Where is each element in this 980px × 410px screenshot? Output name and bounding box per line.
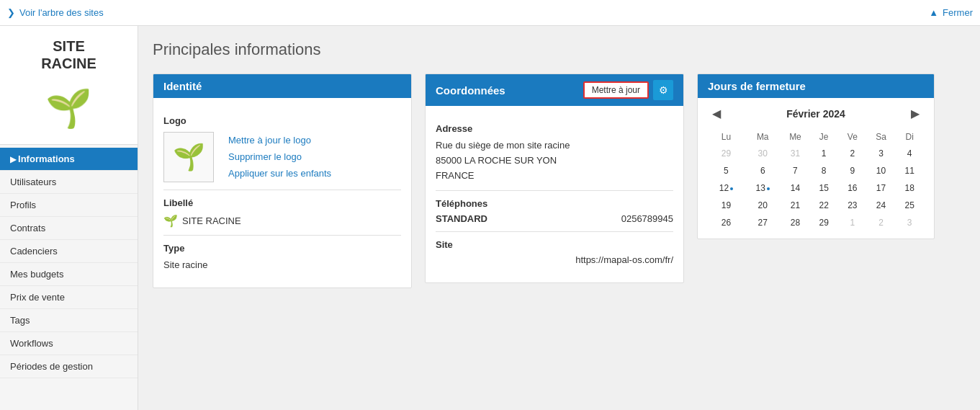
phone-standard-label: STANDARD (436, 213, 487, 224)
address-line3: FRANCE (436, 170, 474, 181)
type-value: Site racine (163, 259, 401, 270)
sidebar-item-periodes[interactable]: Périodes de gestion (0, 355, 138, 378)
cal-day[interactable]: 27 (745, 214, 781, 231)
phones-label: Téléphones (436, 198, 673, 209)
logo-apply-link[interactable]: Appliquer sur les enfants (228, 168, 331, 179)
coords-card-body: Adresse Rue du siège de mon site racine … (426, 106, 683, 282)
cal-day[interactable]: 20 (745, 197, 781, 214)
cards-row: Identité Logo 🌱 Mettre à jour le logo Su… (153, 73, 966, 288)
cal-day[interactable]: 14 (781, 179, 810, 197)
cal-day[interactable]: 23 (838, 197, 867, 214)
cal-header-sa: Sa (867, 129, 896, 145)
coords-header-label: Coordonnées (436, 84, 505, 97)
coords-card-header: Coordonnées Mettre à jour ⚙ (426, 74, 683, 106)
cal-month-year: Février 2024 (786, 108, 845, 120)
sidebar-item-prix-de-vente[interactable]: Prix de vente (0, 286, 138, 309)
gear-button[interactable]: ⚙ (653, 80, 673, 100)
phones-section: Téléphones STANDARD 0256789945 (436, 191, 673, 232)
coords-header-buttons: Mettre à jour ⚙ (583, 80, 673, 100)
cal-day[interactable]: 10 (867, 162, 896, 179)
cal-header-ma: Ma (745, 129, 781, 145)
sidebar-item-contrats[interactable]: Contrats (0, 217, 138, 240)
cal-day[interactable]: 25 (895, 197, 924, 214)
type-section: Type Site racine (163, 236, 401, 277)
cal-day[interactable]: 2 (867, 214, 896, 231)
address-section: Adresse Rue du siège de mon site racine … (436, 116, 673, 191)
cal-header-lu: Lu (708, 129, 745, 145)
logo-area: 🌱 Mettre à jour le logo Supprimer le log… (163, 132, 401, 182)
address-line1: Rue du siège de mon site racine (436, 140, 570, 151)
site-section: Site https://mapal-os.com/fr/ (436, 232, 673, 272)
calendar-body: ◀ Février 2024 ▶ Lu Ma Me Je Ve (698, 98, 934, 239)
cal-day[interactable]: 15 (809, 179, 838, 197)
close-button[interactable]: ▲ Fermer (929, 7, 973, 18)
cal-day[interactable]: 16 (838, 179, 867, 197)
identity-header-label: Identité (163, 80, 202, 92)
cal-day[interactable]: 31 (781, 145, 810, 162)
logo-plant-icon: 🌱 (173, 142, 205, 172)
cal-day[interactable]: 4 (895, 145, 924, 162)
cal-day[interactable]: 13 (745, 179, 781, 197)
libelle-section: Libellé 🌱 SITE RACINE (163, 190, 401, 236)
cal-day[interactable]: 29 (809, 214, 838, 231)
cal-day[interactable]: 11 (895, 162, 924, 179)
identity-card-header: Identité (153, 74, 411, 98)
cal-day[interactable]: 6 (745, 162, 781, 179)
phone-row: STANDARD 0256789945 (436, 213, 673, 224)
cal-day[interactable]: 30 (745, 145, 781, 162)
sidebar-item-informations[interactable]: Informations (0, 148, 138, 171)
plant-icon: 🌱 (45, 86, 92, 130)
type-label: Type (163, 243, 401, 254)
main-content: Principales informations Identité Logo 🌱 (138, 26, 980, 410)
cal-day[interactable]: 18 (895, 179, 924, 197)
cal-dot-icon (730, 187, 733, 190)
sidebar-item-cadenciers[interactable]: Cadenciers (0, 240, 138, 263)
phone-standard-value: 0256789945 (621, 213, 673, 224)
cal-day[interactable]: 5 (708, 162, 745, 179)
logo-delete-link[interactable]: Supprimer le logo (228, 151, 331, 162)
sidebar-item-profils[interactable]: Profils (0, 194, 138, 217)
cal-day[interactable]: 19 (708, 197, 745, 214)
cal-day[interactable]: 28 (781, 214, 810, 231)
cal-day[interactable]: 26 (708, 214, 745, 231)
calendar-nav: ◀ Février 2024 ▶ (708, 105, 924, 122)
chevron-up-icon: ▲ (929, 7, 938, 18)
cal-day[interactable]: 17 (867, 179, 896, 197)
cal-prev-button[interactable]: ◀ (708, 105, 725, 122)
close-button-label: Fermer (943, 7, 973, 18)
update-button[interactable]: Mettre à jour (583, 81, 649, 99)
logo-label: Logo (163, 115, 401, 126)
cal-day[interactable]: 1 (838, 214, 867, 231)
cal-dot-icon (767, 187, 770, 190)
identity-card-body: Logo 🌱 Mettre à jour le logo Supprimer l… (153, 98, 411, 288)
cal-day[interactable]: 8 (809, 162, 838, 179)
tree-button-label: Voir l'arbre des sites (19, 7, 104, 18)
cal-day[interactable]: 12 (708, 179, 745, 197)
cal-day[interactable]: 9 (838, 162, 867, 179)
cal-day[interactable]: 3 (867, 145, 896, 162)
cal-day[interactable]: 3 (895, 214, 924, 231)
cal-day[interactable]: 2 (838, 145, 867, 162)
sidebar-nav: Informations Utilisateurs Profils Contra… (0, 148, 138, 378)
cal-day[interactable]: 21 (781, 197, 810, 214)
sidebar: SITE RACINE 🌱 Informations Utilisateurs … (0, 26, 138, 410)
libelle-icon: 🌱 (163, 214, 178, 228)
sidebar-item-mes-budgets[interactable]: Mes budgets (0, 263, 138, 286)
sidebar-item-tags[interactable]: Tags (0, 309, 138, 332)
cal-day[interactable]: 24 (867, 197, 896, 214)
cal-day[interactable]: 7 (781, 162, 810, 179)
chevron-right-icon: ❯ (7, 7, 15, 18)
sidebar-item-utilisateurs[interactable]: Utilisateurs (0, 171, 138, 194)
cal-header-di: Di (895, 129, 924, 145)
cal-day[interactable]: 29 (708, 145, 745, 162)
logo-update-link[interactable]: Mettre à jour le logo (228, 135, 331, 146)
calendar-card: Jours de fermeture ◀ Février 2024 ▶ Lu M… (697, 73, 935, 239)
cal-header-je: Je (809, 129, 838, 145)
sidebar-logo: 🌱 (40, 79, 98, 137)
cal-day[interactable]: 1 (809, 145, 838, 162)
cal-next-button[interactable]: ▶ (907, 105, 924, 122)
site-label: Site (436, 239, 673, 250)
cal-day[interactable]: 22 (809, 197, 838, 214)
tree-button[interactable]: ❯ Voir l'arbre des sites (7, 7, 104, 18)
sidebar-item-workflows[interactable]: Workflows (0, 332, 138, 355)
